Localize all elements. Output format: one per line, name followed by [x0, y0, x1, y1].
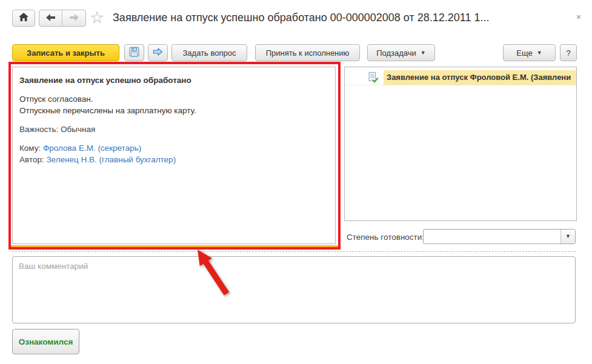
subject-row: Заявление на отпуск Фроловой Е.М. (Заявл… — [345, 70, 576, 85]
to-person-link[interactable]: Фролова Е.М. (секретарь) — [43, 144, 141, 153]
forward-button[interactable] — [62, 10, 85, 26]
help-button[interactable]: ? — [560, 44, 577, 61]
save-button[interactable] — [124, 44, 144, 61]
author-row: Автор: Зеленец Н.В. (главный бухгалтер) — [19, 154, 328, 165]
to-label: Кому: — [19, 144, 41, 153]
importance-row: Важность: Обычная — [19, 124, 328, 135]
save-icon — [129, 47, 139, 59]
chevron-down-icon: ▼ — [421, 50, 426, 56]
more-label: Еще — [516, 48, 532, 58]
favorite-star-icon[interactable]: ☆ — [90, 8, 104, 27]
addressee-row: Кому: Фролова Е.М. (секретарь) — [19, 142, 328, 154]
accept-execution-button[interactable]: Принять к исполнению — [255, 44, 360, 61]
blue-arrow-icon — [153, 47, 163, 58]
readiness-label: Степень готовности: — [347, 233, 424, 242]
task-description-panel: Заявление на отпуск успешно обработано О… — [12, 67, 336, 244]
subtasks-button[interactable]: Подзадачи ▼ — [367, 44, 435, 61]
chevron-down-icon: ▼ — [537, 50, 542, 56]
author-person-link[interactable]: Зеленец Н.В. (главный бухгалтер) — [46, 155, 176, 164]
save-and-close-button[interactable]: Записать и закрыть — [12, 44, 119, 61]
subject-panel: Заявление на отпуск Фроловой Е.М. (Заявл… — [344, 67, 577, 221]
task-body-line: Отпуск согласован. — [19, 93, 328, 105]
home-button[interactable] — [12, 10, 35, 27]
forward-arrow-icon — [69, 13, 79, 24]
subtasks-label: Подзадачи — [376, 48, 416, 58]
chevron-down-icon: ▼ — [565, 234, 571, 239]
more-button[interactable]: Еще ▼ — [503, 44, 556, 61]
readiness-input[interactable] — [424, 230, 560, 243]
document-check-icon — [345, 71, 384, 84]
author-label: Автор: — [19, 155, 44, 164]
importance-value: Обычная — [61, 125, 95, 134]
readiness-dropdown-button[interactable]: ▼ — [560, 230, 575, 243]
close-icon[interactable]: × — [576, 12, 581, 22]
forward-task-button[interactable] — [148, 44, 168, 61]
comment-input[interactable] — [12, 256, 576, 323]
window-title: Заявление на отпуск успешно обработано 0… — [113, 12, 490, 24]
back-arrow-icon — [46, 13, 56, 24]
importance-label: Важность: — [19, 125, 58, 134]
acknowledged-button[interactable]: Ознакомился — [12, 329, 79, 354]
back-button[interactable] — [39, 10, 62, 26]
ask-question-button[interactable]: Задать вопрос — [171, 44, 247, 61]
subject-document-link[interactable]: Заявление на отпуск Фроловой Е.М. (Заявл… — [384, 70, 576, 85]
task-body-line: Отпускные перечислены на зарплатную карт… — [19, 105, 328, 116]
history-nav — [39, 10, 86, 27]
readiness-combobox[interactable]: ▼ — [423, 229, 576, 244]
section-separator — [12, 251, 576, 252]
home-icon — [19, 13, 28, 24]
task-title: Заявление на отпуск успешно обработано — [19, 74, 328, 86]
